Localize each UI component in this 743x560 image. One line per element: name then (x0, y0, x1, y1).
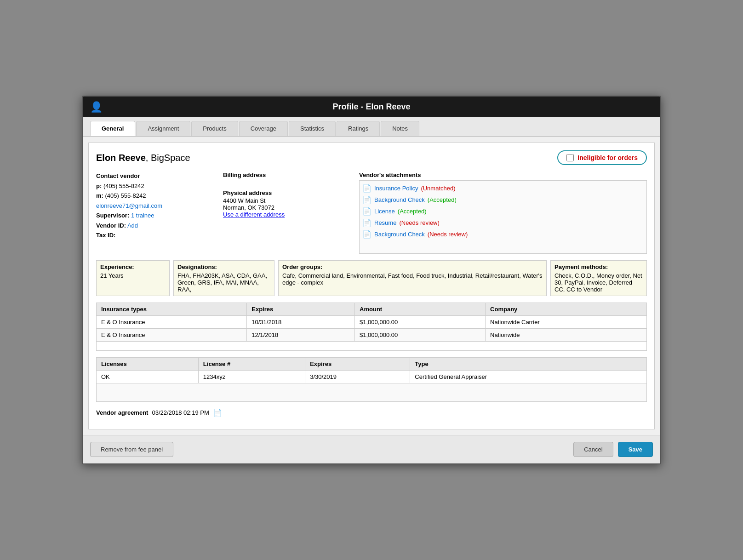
profile-name-row: Elon Reeve, BigSpace Ineligible for orde… (96, 150, 647, 165)
licenses-table: Licenses License # Expires Type OK 1234x… (96, 357, 647, 402)
ins-col-company: Company (486, 303, 647, 316)
tab-assignment[interactable]: Assignment (136, 121, 190, 136)
designations-value: FHA, FHA203K, ASA, CDA, GAA, Green, GRS,… (177, 272, 270, 293)
vendor-id-label: Vendor ID: (96, 222, 126, 229)
lic-type: Certified General Appraiser (410, 371, 647, 383)
attachment-status: (Unmatched) (421, 185, 455, 192)
contact-section-label: Contact vendor (96, 172, 140, 179)
table-row: OK 1234xyz 3/30/2019 Certified General A… (97, 371, 647, 383)
attachments-label: Vendor's attachments (359, 171, 647, 178)
profile-company-separator: , (146, 153, 151, 163)
profile-name: Elon Reeve, BigSpace (96, 153, 190, 163)
table-row-empty (97, 342, 647, 351)
remove-button[interactable]: Remove from fee panel (90, 442, 173, 457)
attachment-status: (Needs review) (399, 219, 439, 226)
designations-label: Designations: (177, 263, 270, 270)
payment-value: Check, C.O.D., Money order, Net 30, PayP… (554, 272, 643, 293)
phone-value: (405) 555-8242 (103, 183, 144, 189)
billing-label: Billing address (223, 171, 352, 178)
tab-ratings[interactable]: Ratings (337, 121, 380, 136)
attachment-item: 📄 Background Check (Needs review) (362, 229, 644, 240)
designations-cell: Designations: FHA, FHA203K, ASA, CDA, GA… (173, 260, 274, 296)
vendor-id-link[interactable]: Add (127, 222, 138, 229)
tab-statistics[interactable]: Statistics (289, 121, 336, 136)
table-row-empty (97, 383, 647, 402)
tab-products[interactable]: Products (191, 121, 238, 136)
ins-company: Nationwide (486, 329, 647, 342)
address-line2: Norman, OK 73072 (223, 204, 352, 211)
tab-notes[interactable]: Notes (381, 121, 419, 136)
attachment-link[interactable]: License (374, 208, 395, 215)
tax-id-label: Tax ID: (96, 232, 115, 239)
email-link[interactable]: elonreeve71@gmail.com (96, 202, 162, 209)
save-button[interactable]: Save (618, 442, 653, 457)
profile-first-last: Elon Reeve (96, 153, 146, 163)
order-groups-value: Cafe, Commercial land, Environmental, Fa… (282, 272, 543, 286)
billing-col: Billing address Physical address 4400 W … (223, 171, 352, 254)
order-groups-cell: Order groups: Cafe, Commercial land, Env… (278, 260, 547, 296)
ins-amount: $1,000,000.00 (355, 329, 486, 342)
footer-right: Cancel Save (573, 442, 653, 457)
contact-col: Contact vendor p: (405) 555-8242 m: (405… (96, 171, 216, 254)
top-section: Contact vendor p: (405) 555-8242 m: (405… (96, 171, 647, 254)
physical-address: Physical address 4400 W Main St Norman, … (223, 189, 352, 218)
attachment-status: (Accepted) (398, 208, 427, 215)
pdf-icon: 📄 (362, 207, 372, 216)
content-area: Elon Reeve, BigSpace Ineligible for orde… (88, 143, 655, 429)
experience-label: Experience: (100, 263, 166, 270)
profile-company: BigSpace (151, 153, 190, 163)
attachment-item: 📄 Background Check (Accepted) (362, 194, 644, 206)
phone-label: p: (96, 183, 102, 189)
ineligible-box: Ineligible for orders (557, 150, 647, 165)
ins-expires: 12/1/2018 (247, 329, 355, 342)
attachment-item: 📄 License (Accepted) (362, 206, 644, 217)
pdf-icon: 📄 (362, 230, 372, 239)
ins-type: E & O Insurance (97, 329, 247, 342)
attachment-item: 📄 Insurance Policy (Unmatched) (362, 183, 644, 194)
lic-number: 1234xyz (198, 371, 305, 383)
ins-col-type: Insurance types (97, 303, 247, 316)
attachment-status: (Accepted) (428, 196, 457, 203)
attachment-link[interactable]: Background Check (374, 196, 425, 203)
ins-col-expires: Expires (247, 303, 355, 316)
footer: Remove from fee panel Cancel Save (83, 435, 660, 463)
vendor-agreement-label: Vendor agreement (96, 409, 148, 416)
experience-value: 21 Years (100, 272, 166, 279)
payment-cell: Payment methods: Check, C.O.D., Money or… (550, 260, 647, 296)
logo-icon: 👤 (90, 101, 103, 113)
mobile-label: m: (96, 192, 103, 199)
ins-expires: 10/31/2018 (247, 316, 355, 329)
tabs-row: General Assignment Products Coverage Sta… (83, 117, 660, 137)
table-row: E & O Insurance 12/1/2018 $1,000,000.00 … (97, 329, 647, 342)
pdf-icon: 📄 (362, 218, 372, 227)
word-icon: 📄 (362, 184, 372, 193)
vendor-agreement-date: 03/22/2018 02:19 PM (152, 409, 209, 416)
supervisor-link[interactable]: 1 trainee (131, 212, 154, 219)
ineligible-checkbox[interactable] (566, 154, 574, 161)
modal-container: 👤 Profile - Elon Reeve General Assignmen… (82, 96, 661, 464)
attachments-col: Vendor's attachments 📄 Insurance Policy … (359, 171, 647, 254)
lic-license: OK (97, 371, 199, 383)
vendor-agreement-icon[interactable]: 📄 (213, 408, 222, 417)
attachment-item: 📄 Resume (Needs review) (362, 217, 644, 229)
info-grid: Experience: 21 Years Designations: FHA, … (96, 260, 647, 296)
lic-expires: 3/30/2019 (305, 371, 410, 383)
attachments-list[interactable]: 📄 Insurance Policy (Unmatched) 📄 Backgro… (359, 180, 647, 254)
tab-general[interactable]: General (90, 121, 135, 136)
tab-coverage[interactable]: Coverage (239, 121, 288, 136)
vendor-agreement: Vendor agreement 03/22/2018 02:19 PM 📄 (96, 408, 647, 417)
attachment-link[interactable]: Background Check (374, 231, 425, 238)
attachment-link[interactable]: Resume (374, 219, 396, 226)
lic-col-type: Type (410, 358, 647, 371)
attachment-link[interactable]: Insurance Policy (374, 185, 418, 192)
cancel-button[interactable]: Cancel (573, 442, 613, 457)
insurance-table: Insurance types Expires Amount Company E… (96, 303, 647, 351)
attachment-status: (Needs review) (428, 231, 468, 238)
table-row: E & O Insurance 10/31/2018 $1,000,000.00… (97, 316, 647, 329)
order-groups-label: Order groups: (282, 263, 543, 270)
ineligible-label: Ineligible for orders (577, 154, 638, 161)
payment-label: Payment methods: (554, 263, 643, 270)
lic-col-license: Licenses (97, 358, 199, 371)
pdf-icon: 📄 (362, 195, 372, 204)
change-address-link[interactable]: Use a different address (223, 211, 285, 218)
